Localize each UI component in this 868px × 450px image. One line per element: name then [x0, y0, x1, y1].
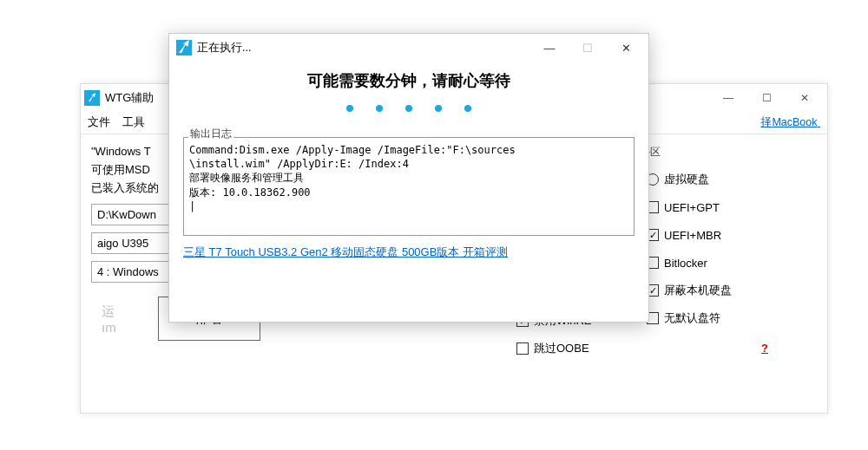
output-section: 输出日志 Command:Dism.exe /Apply-Image /Imag… [169, 122, 648, 236]
main-window-controls: — ☐ ✕ [709, 86, 824, 110]
output-log-textarea[interactable]: Command:Dism.exe /Apply-Image /ImageFile… [183, 137, 635, 236]
progress-message: 可能需要数分钟，请耐心等待 [169, 62, 648, 91]
macbook-link[interactable]: 择MacBook [760, 115, 820, 130]
checkbox-icon [516, 342, 529, 355]
no-default-drive-checkbox[interactable]: 无默认盘符 [647, 309, 768, 328]
maximize-button[interactable]: ☐ [747, 86, 786, 110]
skip-oobe-checkbox[interactable]: 跳过OOBE [516, 339, 638, 358]
close-button[interactable]: ✕ [607, 36, 645, 60]
minimize-button[interactable]: — [530, 36, 569, 60]
minimize-button[interactable]: — [709, 86, 747, 110]
main-window-title: WTG辅助 [105, 90, 154, 106]
help-link[interactable]: ? [761, 342, 768, 355]
dot-icon [405, 105, 412, 112]
progress-titlebar: 正在执行... — ☐ ✕ [169, 34, 648, 62]
dot-icon [376, 105, 383, 112]
options-col2: }区 虚拟硬盘 UEFI+GPT UEFI+MBR Bitlocker 屏蔽本机… [647, 143, 768, 358]
promo-link[interactable]: 三星 T7 Touch USB3.2 Gen2 移动固态硬盘 500GB版本 开… [183, 245, 508, 260]
text-cursor [189, 200, 195, 212]
vhdisk-radio[interactable]: 虚拟硬盘 [647, 170, 768, 189]
menu-tools[interactable]: 工具 [122, 115, 145, 130]
dot-icon [464, 105, 471, 112]
partition-group-header: }区 [647, 145, 768, 160]
app-icon [84, 90, 100, 106]
maximize-button[interactable]: ☐ [569, 36, 607, 60]
uefi-mbr-checkbox[interactable]: UEFI+MBR [647, 225, 768, 245]
progress-dots [169, 91, 648, 122]
dot-icon [346, 105, 353, 112]
progress-dialog-title: 正在执行... [197, 41, 251, 55]
progress-dialog: 正在执行... — ☐ ✕ 可能需要数分钟，请耐心等待 输出日志 Command… [168, 33, 649, 323]
hide-local-checkbox[interactable]: 屏蔽本机硬盘 [647, 281, 768, 300]
bitlocker-checkbox[interactable]: Bitlocker [647, 253, 768, 272]
output-log-label: 输出日志 [188, 127, 233, 141]
app-icon [176, 40, 192, 55]
close-button[interactable]: ✕ [786, 86, 824, 110]
dot-icon [435, 105, 442, 112]
uefi-gpt-checkbox[interactable]: UEFI+GPT [647, 198, 768, 217]
yun-label: 运 ım [91, 303, 127, 335]
progress-dialog-controls: — ☐ ✕ [530, 36, 645, 60]
menu-file[interactable]: 文件 [88, 115, 110, 130]
